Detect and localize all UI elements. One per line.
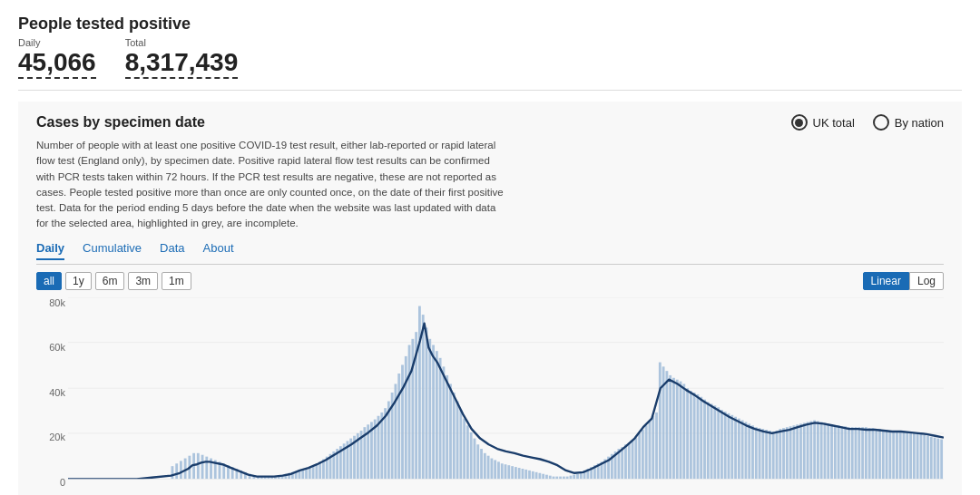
- svg-rect-132: [621, 447, 623, 479]
- tab-daily[interactable]: Daily: [36, 241, 64, 260]
- svg-rect-200: [855, 427, 858, 479]
- svg-rect-39: [301, 469, 304, 479]
- svg-rect-113: [555, 476, 558, 479]
- svg-rect-154: [697, 393, 700, 479]
- svg-rect-160: [717, 407, 720, 479]
- y-label-60k: 60k: [36, 342, 65, 353]
- svg-rect-179: [782, 428, 785, 479]
- scale-btn-linear[interactable]: Linear: [863, 272, 909, 290]
- svg-rect-176: [772, 431, 775, 479]
- svg-rect-116: [566, 476, 569, 479]
- divider: [18, 90, 962, 91]
- svg-rect-149: [680, 381, 682, 479]
- stats-row: Daily 45,066 Total 8,317,439: [18, 37, 962, 79]
- tab-data[interactable]: Data: [160, 241, 184, 260]
- svg-rect-196: [840, 426, 843, 479]
- svg-rect-95: [494, 460, 496, 479]
- chart-svg: [68, 297, 944, 488]
- svg-rect-174: [765, 430, 768, 479]
- time-btn-3m[interactable]: 3m: [128, 272, 158, 290]
- chart-title: Cases by specimen date: [36, 114, 205, 131]
- svg-rect-78: [436, 351, 438, 479]
- svg-rect-83: [453, 393, 456, 479]
- radio-uk-total-label: UK total: [813, 116, 855, 130]
- svg-rect-108: [538, 472, 541, 479]
- svg-rect-69: [405, 355, 407, 479]
- svg-rect-178: [779, 429, 781, 479]
- svg-rect-100: [511, 466, 514, 479]
- svg-rect-166: [738, 418, 740, 479]
- svg-rect-205: [872, 428, 875, 479]
- svg-rect-41: [309, 468, 311, 479]
- svg-rect-210: [888, 431, 891, 479]
- svg-rect-70: [408, 345, 411, 479]
- svg-rect-151: [686, 388, 689, 479]
- radio-by-nation[interactable]: By nation: [873, 114, 944, 131]
- svg-rect-76: [428, 338, 431, 479]
- svg-rect-141: [652, 415, 654, 479]
- svg-rect-102: [518, 468, 521, 479]
- svg-rect-218: [916, 432, 919, 479]
- svg-rect-81: [446, 374, 448, 479]
- svg-rect-190: [820, 422, 823, 479]
- svg-rect-94: [490, 458, 493, 479]
- y-label-0: 0: [36, 477, 65, 488]
- svg-rect-223: [934, 437, 936, 479]
- scale-btn-log[interactable]: Log: [909, 272, 944, 290]
- daily-label: Daily: [18, 37, 96, 48]
- svg-rect-6: [172, 466, 174, 479]
- time-btn-all[interactable]: all: [36, 272, 62, 290]
- y-label-40k: 40k: [36, 387, 65, 398]
- svg-rect-148: [676, 379, 679, 479]
- time-btn-1m[interactable]: 1m: [162, 272, 191, 290]
- radio-by-nation-circle: [873, 114, 889, 131]
- total-value: 8,317,439: [125, 48, 239, 79]
- daily-value: 45,066: [18, 48, 96, 79]
- svg-rect-224: [936, 438, 939, 479]
- svg-rect-96: [497, 461, 500, 479]
- svg-rect-164: [730, 414, 733, 479]
- time-btn-6m[interactable]: 6m: [95, 272, 125, 290]
- tab-about[interactable]: About: [203, 241, 234, 260]
- chart-header: Cases by specimen date UK total By natio…: [36, 114, 944, 131]
- svg-rect-98: [505, 464, 507, 479]
- svg-rect-109: [542, 473, 544, 479]
- svg-rect-184: [799, 423, 802, 479]
- svg-rect-118: [573, 474, 575, 479]
- svg-rect-146: [669, 374, 671, 479]
- page-title: People tested positive: [18, 15, 962, 34]
- tab-cumulative[interactable]: Cumulative: [83, 241, 142, 260]
- main-container: People tested positive Daily 45,066 Tota…: [0, 0, 980, 495]
- svg-rect-207: [878, 429, 881, 479]
- svg-rect-142: [655, 412, 658, 479]
- chart-area: 80k 60k 40k 20k 0 1 Apr 2020 1 Jul 2020 …: [36, 297, 944, 496]
- svg-rect-170: [751, 425, 754, 479]
- total-label: Total: [125, 37, 239, 48]
- svg-rect-112: [553, 476, 555, 479]
- svg-rect-155: [700, 396, 702, 479]
- total-stat: Total 8,317,439: [125, 37, 239, 79]
- svg-rect-199: [851, 427, 854, 479]
- svg-rect-111: [549, 475, 552, 479]
- svg-rect-89: [474, 438, 476, 479]
- svg-rect-7: [175, 463, 178, 479]
- svg-rect-88: [470, 432, 473, 479]
- svg-rect-152: [690, 391, 692, 479]
- svg-rect-209: [886, 430, 888, 479]
- svg-rect-159: [713, 405, 716, 479]
- time-btn-1y[interactable]: 1y: [65, 272, 92, 290]
- svg-rect-117: [570, 475, 573, 479]
- svg-rect-215: [906, 432, 908, 479]
- svg-rect-157: [707, 402, 710, 479]
- svg-rect-186: [807, 422, 809, 479]
- svg-rect-12: [197, 452, 200, 479]
- chart-section: Cases by specimen date UK total By natio…: [18, 102, 962, 495]
- svg-rect-8: [180, 461, 182, 479]
- svg-rect-167: [741, 420, 744, 479]
- scale-buttons: Linear Log: [863, 272, 944, 290]
- radio-uk-total[interactable]: UK total: [791, 114, 855, 131]
- svg-rect-197: [844, 426, 847, 479]
- svg-rect-189: [817, 421, 819, 479]
- svg-rect-137: [638, 432, 641, 479]
- svg-rect-214: [903, 431, 906, 479]
